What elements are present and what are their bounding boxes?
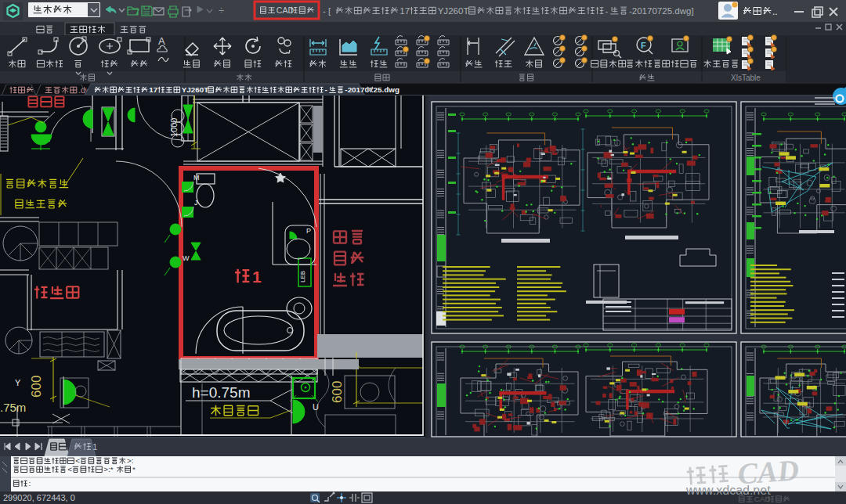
svg-text:www.xdcad.net: www.xdcad.net bbox=[685, 484, 771, 497]
svg-text:.75m: .75m bbox=[0, 401, 26, 414]
svg-text:<: < bbox=[75, 456, 80, 465]
svg-text:600: 600 bbox=[29, 376, 44, 398]
svg-text:>:: >: bbox=[127, 456, 134, 465]
svg-text:1: 1 bbox=[92, 442, 97, 452]
svg-text:-: - bbox=[324, 85, 327, 94]
svg-text:P: P bbox=[306, 227, 311, 235]
svg-text:M: M bbox=[193, 174, 200, 182]
svg-text:Y: Y bbox=[15, 378, 21, 387]
svg-text:>:*: >:* bbox=[103, 465, 113, 473]
svg-text:-: - bbox=[606, 6, 609, 16]
svg-text:- [: - [ bbox=[323, 6, 331, 16]
svg-text:*: * bbox=[132, 465, 136, 473]
svg-text:W: W bbox=[183, 254, 190, 262]
svg-text:LEB: LEB bbox=[299, 271, 306, 283]
svg-text:YJ260T: YJ260T bbox=[438, 6, 469, 16]
svg-text:h=0.75m: h=0.75m bbox=[192, 384, 250, 401]
svg-text::: : bbox=[28, 479, 31, 488]
svg-text:1000: 1000 bbox=[169, 118, 179, 137]
svg-text:÷: ÷ bbox=[219, 5, 224, 16]
svg-text:XlsTable: XlsTable bbox=[731, 74, 761, 82]
svg-text:-20170725.dwg]: -20170725.dwg] bbox=[629, 6, 694, 16]
svg-text:J: J bbox=[194, 199, 198, 207]
svg-text:F: F bbox=[641, 41, 646, 50]
svg-text:17: 17 bbox=[400, 6, 410, 16]
svg-text:299020, 672443, 0: 299020, 672443, 0 bbox=[3, 493, 75, 502]
svg-text:<: < bbox=[67, 465, 72, 473]
svg-text:..: .. bbox=[772, 6, 778, 17]
svg-text:YJ260T: YJ260T bbox=[182, 85, 209, 94]
svg-text:A: A bbox=[158, 35, 165, 47]
svg-text:17: 17 bbox=[149, 85, 157, 94]
svg-text:600: 600 bbox=[330, 381, 345, 403]
svg-text:1: 1 bbox=[252, 268, 262, 286]
